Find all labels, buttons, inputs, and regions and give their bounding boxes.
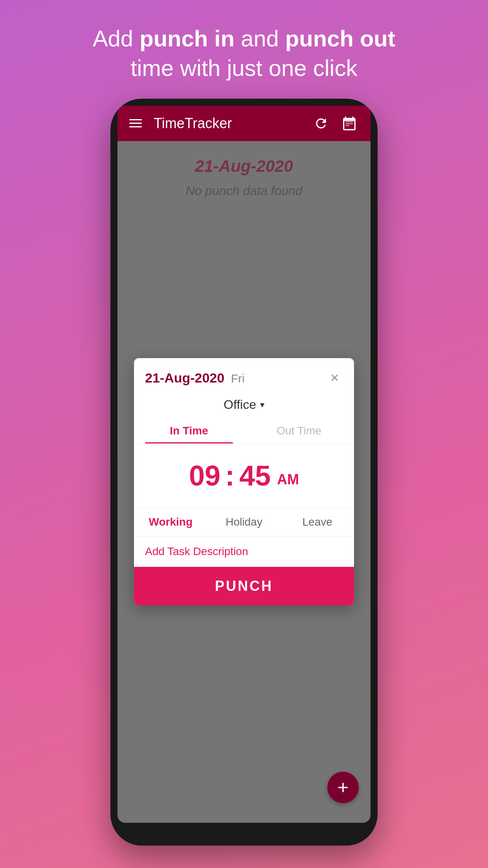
menu-button[interactable] xyxy=(129,119,142,127)
tab-in-time[interactable]: In Time xyxy=(134,418,244,443)
work-type-row: Working Holiday Leave xyxy=(134,508,354,537)
close-button[interactable]: ✕ xyxy=(326,369,343,386)
app-title: TimeTracker xyxy=(154,115,312,132)
time-colon: : xyxy=(225,460,235,492)
hero-line1-prefix: Add xyxy=(93,26,139,51)
fab-button[interactable]: + xyxy=(327,772,359,803)
overlay-backdrop: 21-Aug-2020 Fri ✕ Office ▾ In Time xyxy=(117,141,371,823)
hero-punch-in: punch in xyxy=(139,26,235,51)
punch-dialog: 21-Aug-2020 Fri ✕ Office ▾ In Time xyxy=(134,358,354,605)
menu-line-1 xyxy=(129,119,142,120)
task-description-input[interactable]: Add Task Description xyxy=(134,537,354,567)
refresh-button[interactable] xyxy=(312,114,330,133)
phone-shell: TimeTracker 21-Aug-2020 No punch data fo… xyxy=(110,99,378,846)
calendar-button[interactable] xyxy=(340,114,359,133)
time-hours[interactable]: 09 xyxy=(189,460,220,492)
screen-content: 21-Aug-2020 No punch data found 21-Aug-2… xyxy=(117,141,371,823)
work-type-holiday[interactable]: Holiday xyxy=(207,508,281,536)
time-tabs: In Time Out Time xyxy=(134,418,354,444)
hero-and: and xyxy=(235,26,285,51)
tab-out-time[interactable]: Out Time xyxy=(244,418,354,443)
hero-section: Add punch in and punch out time with jus… xyxy=(93,24,395,83)
time-ampm[interactable]: AM xyxy=(277,471,299,488)
work-type-working[interactable]: Working xyxy=(134,508,207,536)
location-selector[interactable]: Office ▾ xyxy=(145,397,343,412)
dialog-date: 21-Aug-2020 xyxy=(145,370,224,385)
dialog-date-area: 21-Aug-2020 Fri xyxy=(145,370,245,386)
time-minutes[interactable]: 45 xyxy=(239,460,271,492)
app-bar: TimeTracker xyxy=(117,106,371,141)
hero-punch-out: punch out xyxy=(285,26,395,51)
time-display: 09 : 45 AM xyxy=(134,444,354,508)
location-dropdown-icon: ▾ xyxy=(260,400,264,410)
location-label: Office xyxy=(224,397,256,412)
app-bar-icons xyxy=(312,114,359,133)
phone-screen: TimeTracker 21-Aug-2020 No punch data fo… xyxy=(117,106,371,823)
dialog-day: Fri xyxy=(231,372,245,385)
menu-line-3 xyxy=(129,126,142,127)
hero-line2: time with just one click xyxy=(131,55,358,81)
punch-button[interactable]: PUNCH xyxy=(134,567,354,605)
menu-line-2 xyxy=(129,123,142,124)
dialog-header: 21-Aug-2020 Fri ✕ xyxy=(134,358,354,393)
work-type-leave[interactable]: Leave xyxy=(281,508,354,536)
